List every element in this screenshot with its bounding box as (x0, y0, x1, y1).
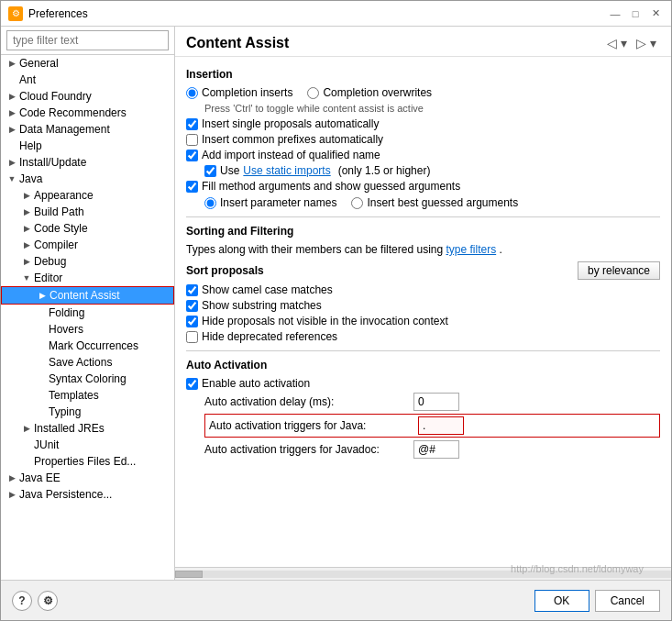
arrow-code-recommenders: ▶ (5, 105, 19, 120)
sorting-section-title: Sorting and Filtering (186, 225, 660, 238)
tree-item-editor[interactable]: ▼ Editor (1, 270, 174, 286)
fill-method-label[interactable]: Fill method arguments and show guessed a… (202, 180, 460, 193)
tree-item-ant[interactable]: Ant (1, 72, 174, 88)
title-bar: ⚙ Preferences — □ ✕ (1, 1, 671, 27)
minimize-button[interactable]: — (607, 6, 623, 22)
hide-deprecated-label[interactable]: Hide deprecated references (202, 330, 337, 343)
filter-input[interactable] (6, 30, 169, 50)
arrow-build-path: ▶ (19, 205, 34, 219)
substring-label[interactable]: Show substring matches (202, 299, 322, 312)
camel-case-label[interactable]: Show camel case matches (202, 283, 333, 296)
delay-input[interactable] (413, 393, 459, 411)
arrow-compiler: ▶ (19, 238, 34, 252)
tree-item-compiler[interactable]: ▶ Compiler (1, 237, 174, 253)
divider-2 (186, 350, 660, 351)
arrow-properties-files (19, 454, 34, 469)
tree-item-typing[interactable]: Typing (1, 404, 174, 420)
tree-label-debug: Debug (34, 255, 66, 268)
tree-item-java-persistence[interactable]: ▶ Java Persistence... (1, 486, 174, 503)
tree-item-properties-files[interactable]: Properties Files Ed... (1, 453, 174, 470)
help-button[interactable]: ? (12, 591, 32, 611)
enable-auto-checkbox[interactable] (186, 378, 198, 390)
hide-deprecated-checkbox[interactable] (186, 331, 198, 343)
common-prefixes-label[interactable]: Insert common prefixes automatically (202, 133, 383, 146)
tree-item-mark-occurrences[interactable]: Mark Occurrences (1, 338, 174, 354)
static-imports-link[interactable]: Use static imports (243, 164, 330, 177)
fill-method-checkbox[interactable] (186, 181, 198, 193)
tree-item-save-actions[interactable]: Save Actions (1, 354, 174, 371)
right-toolbar: ◁ ▾ ▷ ▾ (603, 34, 660, 52)
java-triggers-input[interactable] (418, 416, 464, 435)
tree-item-hovers[interactable]: Hovers (1, 321, 174, 338)
tree-label-templates: Templates (49, 389, 99, 402)
tree-item-java-ee[interactable]: ▶ Java EE (1, 470, 174, 486)
tree-item-syntax-coloring[interactable]: Syntax Coloring (1, 371, 174, 387)
arrow-help (5, 139, 19, 153)
tree-item-installed-jres[interactable]: ▶ Installed JREs (1, 420, 174, 437)
tree-item-java[interactable]: ▼ Java (1, 171, 174, 187)
tree-item-junit[interactable]: JUnit (1, 437, 174, 453)
completion-overwrites-label[interactable]: Completion overwrites (323, 86, 432, 99)
tree-label-help: Help (19, 139, 42, 152)
maximize-button[interactable]: □ (627, 6, 644, 22)
tree-item-data-management[interactable]: ▶ Data Management (1, 121, 174, 138)
substring-checkbox[interactable] (186, 300, 198, 312)
tree-label-install-update: Install/Update (19, 156, 86, 169)
completion-radio-group: Completion inserts Completion overwrites (186, 86, 660, 99)
insert-best-label[interactable]: Insert best guessed arguments (367, 196, 518, 209)
left-panel: ▶ General Ant ▶ Cloud Foundry ▶ Code Rec… (1, 27, 175, 580)
settings-button[interactable]: ⚙ (38, 591, 58, 611)
insert-param-radio[interactable] (204, 197, 216, 209)
tree-area: ▶ General Ant ▶ Cloud Foundry ▶ Code Rec… (1, 55, 174, 580)
add-import-checkbox[interactable] (186, 150, 198, 161)
tree-item-cloud-foundry[interactable]: ▶ Cloud Foundry (1, 88, 174, 105)
sort-button[interactable]: by relevance (578, 261, 660, 280)
enable-auto-row: Enable auto activation (186, 377, 660, 390)
back-button[interactable]: ◁ ▾ (603, 34, 631, 52)
tree-item-code-style[interactable]: ▶ Code Style (1, 220, 174, 237)
close-button[interactable]: ✕ (647, 6, 664, 22)
tree-item-debug[interactable]: ▶ Debug (1, 253, 174, 270)
enable-auto-label[interactable]: Enable auto activation (202, 377, 310, 390)
javadoc-triggers-input[interactable] (413, 440, 459, 459)
hide-invocation-row: Hide proposals not visible in the invoca… (186, 315, 660, 327)
tree-label-cloud-foundry: Cloud Foundry (19, 90, 92, 103)
type-filters-link[interactable]: type filters (446, 243, 496, 256)
ok-button[interactable]: OK (534, 590, 589, 612)
arrow-mark-occurrences (34, 338, 49, 353)
tree-label-ant: Ant (19, 73, 36, 86)
bottom-bar: ? ⚙ OK Cancel (1, 580, 671, 620)
use-static-checkbox[interactable] (204, 165, 216, 177)
tree-label-hovers: Hovers (49, 323, 83, 336)
completion-inserts-label[interactable]: Completion inserts (202, 86, 292, 99)
completion-inserts-radio[interactable] (186, 87, 198, 99)
sort-proposals-row: Sort proposals by relevance (186, 261, 660, 280)
insert-best-radio[interactable] (351, 197, 363, 209)
tree-label-properties-files: Properties Files Ed... (34, 455, 136, 468)
tree-item-appearance[interactable]: ▶ Appearance (1, 187, 174, 204)
insert-param-label[interactable]: Insert parameter names (220, 196, 336, 209)
single-proposals-label[interactable]: Insert single proposals automatically (202, 117, 379, 130)
tree-item-general[interactable]: ▶ General (1, 55, 174, 72)
add-import-label[interactable]: Add import instead of qualified name (202, 149, 380, 161)
completion-overwrites-radio[interactable] (307, 87, 319, 99)
hide-invocation-label[interactable]: Hide proposals not visible in the invoca… (202, 315, 448, 327)
tree-item-content-assist[interactable]: ▶ Content Assist (1, 286, 174, 305)
tree-item-build-path[interactable]: ▶ Build Path (1, 204, 174, 220)
cancel-button[interactable]: Cancel (595, 590, 660, 612)
single-proposals-checkbox[interactable] (186, 118, 198, 130)
add-import-row: Add import instead of qualified name (186, 149, 660, 161)
camel-case-checkbox[interactable] (186, 284, 198, 296)
tree-item-code-recommenders[interactable]: ▶ Code Recommenders (1, 105, 174, 121)
arrow-junit (19, 438, 34, 452)
hide-invocation-checkbox[interactable] (186, 316, 198, 327)
forward-button[interactable]: ▷ ▾ (633, 34, 660, 52)
tree-item-help[interactable]: Help (1, 138, 174, 154)
tree-item-templates[interactable]: Templates (1, 387, 174, 404)
arrow-syntax-coloring (34, 371, 49, 386)
arrow-save-actions (34, 355, 49, 370)
tree-item-install-update[interactable]: ▶ Install/Update (1, 154, 174, 171)
tree-item-folding[interactable]: Folding (1, 305, 174, 321)
tree-label-editor: Editor (34, 272, 62, 284)
common-prefixes-checkbox[interactable] (186, 134, 198, 146)
